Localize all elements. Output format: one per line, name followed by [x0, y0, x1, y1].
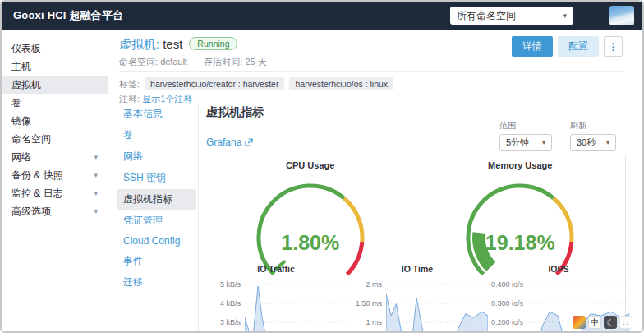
tag-chip: harvesterhci.io/creator : harvester: [145, 77, 284, 90]
refresh-select-value: 30秒: [577, 136, 596, 149]
io-traffic-chart: [245, 276, 347, 333]
chevron-down-icon: ▾: [542, 139, 545, 146]
ime-logo-icon[interactable]: [573, 316, 586, 329]
cpu-gauge-value: 1.80%: [205, 231, 416, 255]
sidebar-item-namespaces[interactable]: 命名空间: [2, 130, 108, 148]
y-axis-tick: 2 ms: [347, 276, 386, 295]
config-button[interactable]: 配置: [558, 36, 599, 57]
sidebar-item-networks[interactable]: 网络▾: [2, 148, 108, 166]
detail-nav-item-basics[interactable]: 基本信息: [117, 104, 196, 124]
refresh-select[interactable]: 30秒 ▾: [570, 134, 616, 151]
sidebar-item-label: 卷: [12, 94, 21, 112]
annotations-link[interactable]: 显示1个注释: [142, 94, 192, 104]
grafana-link[interactable]: Grafana: [206, 136, 253, 148]
sidebar-item-label: 网络: [12, 148, 31, 166]
range-label: 范围: [499, 120, 552, 132]
chart-title: IO Traffic: [205, 264, 347, 274]
sidebar-item-advanced[interactable]: 高级选项▾: [2, 202, 108, 220]
mini-charts-row: IO Traffic 5 kB/s 4 kB/s 3 kB/s IO Time: [205, 264, 625, 333]
detail-nav: 基本信息 卷 网络 SSH 密钥 虚拟机指标 凭证管理 Cloud Config…: [117, 104, 196, 294]
sidebar-item-monitoring-logs[interactable]: 监控 & 日志▾: [2, 184, 108, 202]
metrics-title: 虚拟机指标: [206, 105, 264, 120]
chevron-down-icon: ▾: [94, 148, 98, 166]
menu-dots-icon: ⋮: [609, 41, 619, 53]
detail-nav-item-events[interactable]: 事件: [117, 251, 196, 271]
sidebar-item-label: 高级选项: [12, 202, 51, 220]
more-actions-button[interactable]: ⋮: [604, 36, 623, 57]
memory-gauge-value: 19.18%: [416, 231, 626, 255]
sidebar-item-label: 主机: [12, 58, 31, 76]
sidebar-item-dashboard[interactable]: 仪表板: [2, 39, 108, 58]
y-axis-tick: 4 kB/s: [205, 295, 245, 314]
chevron-down-icon: ▾: [94, 184, 98, 202]
sidebar-item-virtual-machines[interactable]: 虚拟机: [2, 76, 108, 94]
resource-name: test: [163, 37, 182, 51]
grafana-link-label: Grafana: [206, 136, 242, 148]
range-select[interactable]: 5分钟 ▾: [499, 134, 552, 151]
charts-panel: CPU Usage 1.80% Memory Usage 19.18% IO T…: [205, 155, 626, 333]
sidebar-item-label: 仪表板: [12, 39, 41, 58]
ime-moon-icon[interactable]: ☾: [604, 316, 617, 329]
metrics-section: 虚拟机指标 Grafana 范围 5分钟 ▾ 刷新 30秒 ▾: [205, 102, 628, 331]
y-axis: 0.400 io/s 0.300 io/s 0.200 io/s: [488, 276, 527, 333]
tag-chip: harvesterhci.io/os : linux: [289, 77, 393, 90]
page-title: 虚拟机:testRunning: [119, 37, 237, 53]
range-select-value: 5分钟: [506, 136, 529, 149]
sidebar-item-label: 命名空间: [12, 130, 51, 148]
detail-nav-item-credentials[interactable]: 凭证管理: [117, 210, 196, 231]
detail-nav-item-ssh-keys[interactable]: SSH 密钥: [117, 168, 196, 188]
ime-drag-handle[interactable]: ∷: [619, 316, 632, 329]
y-axis-tick: 5 kB/s: [205, 276, 245, 295]
namespace-select-value: 所有命名空间: [457, 9, 516, 23]
namespace-value: default: [160, 57, 187, 67]
ime-mode-button[interactable]: 中: [588, 316, 601, 329]
detail-nav-item-cloud-config[interactable]: Cloud Config: [117, 232, 196, 250]
sidebar-item-backup-snapshot[interactable]: 备份 & 快照▾: [2, 166, 108, 184]
sidebar-item-images[interactable]: 镜像: [2, 112, 108, 130]
sidebar-item-label: 镜像: [12, 112, 31, 130]
chevron-down-icon: ▾: [94, 166, 98, 184]
y-axis: 2 ms 1.50 ms 1 ms: [347, 276, 386, 333]
namespace-select[interactable]: 所有命名空间 ▾: [450, 7, 573, 25]
brand-title: Gooxi HCI 超融合平台: [13, 8, 123, 23]
io-time-panel: IO Time 2 ms 1.50 ms 1 ms: [347, 264, 488, 333]
chart-title: CPU Usage: [205, 160, 416, 170]
sidebar-item-label: 监控 & 日志: [12, 184, 63, 202]
sidebar: 仪表板 主机 虚拟机 卷 镜像 命名空间 网络▾ 备份 & 快照▾ 监控 & 日…: [2, 30, 108, 331]
range-group: 范围 5分钟 ▾: [499, 120, 552, 151]
detail-nav-item-metrics[interactable]: 虚拟机指标: [117, 189, 196, 210]
chevron-down-icon: ▾: [563, 12, 567, 20]
age-label: 存活时间:: [204, 57, 242, 67]
detail-nav-item-networks[interactable]: 网络: [117, 146, 196, 167]
detail-nav-item-volumes[interactable]: 卷: [117, 125, 196, 146]
app-window: Gooxi HCI 超融合平台 所有命名空间 ▾ 仪表板 主机 虚拟机 卷 镜像…: [0, 0, 644, 333]
annotations-label: 注释:: [119, 94, 140, 104]
status-badge: Running: [189, 37, 237, 50]
y-axis-tick: 0.300 io/s: [488, 295, 527, 314]
resource-type-label: 虚拟机:: [119, 37, 159, 51]
io-time-chart: [386, 276, 488, 333]
y-axis-tick: 0.200 io/s: [488, 314, 527, 333]
detail-nav-divider: [198, 102, 199, 331]
chevron-down-icon: ▾: [94, 202, 98, 220]
sidebar-item-label: 备份 & 快照: [12, 166, 63, 184]
main-content: 虚拟机:testRunning 命名空间: default 存活时间: 25 天…: [109, 30, 642, 331]
tags-label: 标签:: [119, 78, 140, 90]
sidebar-item-hosts[interactable]: 主机: [2, 58, 108, 76]
ime-toolbar: 中 ☾ ∷: [573, 316, 632, 329]
chart-title: IOPS: [488, 264, 629, 274]
y-axis: 5 kB/s 4 kB/s 3 kB/s: [205, 276, 245, 333]
chevron-down-icon: ▾: [606, 139, 610, 146]
y-axis-tick: 1.50 ms: [347, 295, 386, 314]
io-traffic-panel: IO Traffic 5 kB/s 4 kB/s 3 kB/s: [205, 264, 347, 333]
action-buttons: 详情 配置 ⋮: [512, 36, 623, 57]
chart-title: Memory Usage: [416, 160, 626, 170]
external-link-icon: [245, 138, 253, 146]
y-axis-tick: 0.400 io/s: [488, 276, 527, 295]
user-avatar[interactable]: [610, 6, 634, 25]
details-button[interactable]: 详情: [512, 36, 553, 57]
top-bar: Gooxi HCI 超融合平台 所有命名空间 ▾: [2, 2, 642, 30]
sidebar-item-label: 虚拟机: [12, 76, 41, 94]
sidebar-item-volumes[interactable]: 卷: [2, 94, 108, 112]
detail-nav-item-migration[interactable]: 迁移: [117, 272, 196, 293]
